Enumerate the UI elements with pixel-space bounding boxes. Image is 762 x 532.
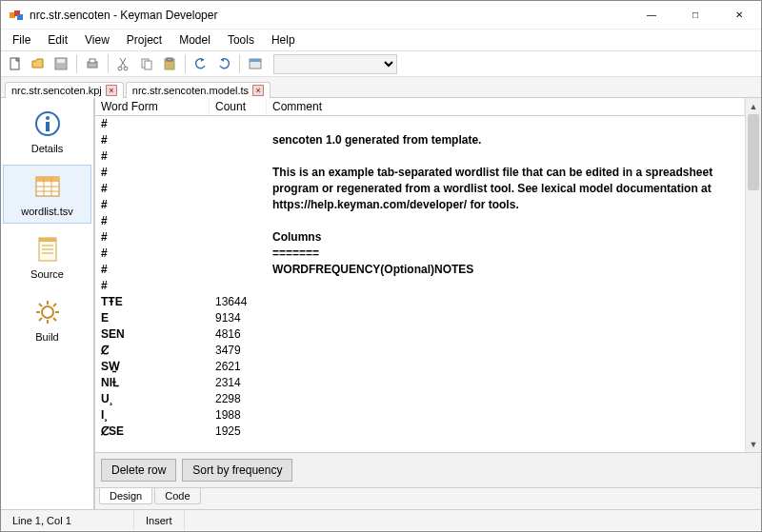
table-row[interactable]: #======= (95, 246, 745, 262)
cell-count[interactable] (210, 213, 267, 229)
cell-count[interactable]: 1988 (210, 407, 267, 424)
cell-comment[interactable] (267, 310, 745, 326)
cut-button[interactable] (113, 53, 134, 74)
close-button[interactable]: ✕ (717, 1, 761, 30)
cell-comment[interactable] (267, 359, 745, 375)
cell-word[interactable]: Ȼ (95, 343, 210, 359)
project-button[interactable] (245, 53, 266, 74)
table-row[interactable]: I1884 (95, 440, 745, 443)
cell-count[interactable]: 2298 (210, 391, 267, 407)
cell-comment[interactable]: This is an example tab-separated wordlis… (267, 165, 745, 181)
menu-help[interactable]: Help (264, 31, 303, 49)
cell-comment[interactable] (267, 278, 745, 294)
cell-comment[interactable] (267, 326, 745, 343)
table-row[interactable]: U¸2298 (95, 391, 745, 407)
cell-word[interactable]: # (95, 229, 210, 246)
cell-word[interactable]: ȻSE (95, 424, 210, 440)
cell-word[interactable]: # (95, 262, 210, 278)
cell-word[interactable]: # (95, 181, 210, 197)
cell-comment[interactable]: https://help.keyman.com/developer/ for t… (267, 197, 745, 213)
menu-file[interactable]: File (5, 31, 38, 49)
cell-comment[interactable] (267, 148, 745, 165)
cell-comment[interactable]: WORDFREQUENCY(Optional)NOTES (267, 262, 745, 278)
col-header-count[interactable]: Count (210, 98, 267, 115)
table-row[interactable]: NIȽ2314 (95, 375, 745, 391)
cell-count[interactable] (210, 116, 267, 132)
cell-count[interactable]: 1925 (210, 424, 267, 440)
cell-comment[interactable] (267, 343, 745, 359)
cell-comment[interactable] (267, 391, 745, 407)
cell-word[interactable]: SEN (95, 326, 210, 343)
cell-count[interactable]: 4816 (210, 326, 267, 343)
menu-project[interactable]: Project (119, 31, 170, 49)
cell-word[interactable]: NIȽ (95, 375, 210, 391)
table-row[interactable]: #Columns (95, 229, 745, 246)
close-icon[interactable]: × (252, 85, 264, 96)
table-row[interactable]: Ȼ3479 (95, 343, 745, 359)
cell-count[interactable] (210, 165, 267, 181)
table-row[interactable]: I¸1988 (95, 407, 745, 424)
scroll-up-icon[interactable]: ▲ (746, 98, 761, 114)
vertical-scrollbar[interactable]: ▲ ▼ (745, 98, 761, 452)
cell-word[interactable]: # (95, 132, 210, 148)
table-row[interactable]: # (95, 116, 745, 132)
cell-comment[interactable]: sencoten 1.0 generated from template. (267, 132, 745, 148)
cell-word[interactable]: I (95, 440, 210, 443)
cell-word[interactable]: # (95, 278, 210, 294)
cell-count[interactable] (210, 132, 267, 148)
table-row[interactable]: #program or regenerated from a wordlist … (95, 181, 745, 197)
side-button-source[interactable]: Source (3, 227, 91, 286)
tab-code[interactable]: Code (154, 488, 200, 504)
table-row[interactable]: # (95, 278, 745, 294)
maximize-button[interactable]: □ (673, 1, 717, 30)
toolbar-combo[interactable] (273, 54, 397, 74)
table-row[interactable]: # (95, 213, 745, 229)
cell-comment[interactable] (267, 294, 745, 310)
col-header-word[interactable]: Word Form (95, 98, 210, 115)
cell-comment[interactable] (267, 213, 745, 229)
table-row[interactable]: #https://help.keyman.com/developer/ for … (95, 197, 745, 213)
side-button-build[interactable]: Build (3, 290, 91, 349)
tab-design[interactable]: Design (99, 488, 152, 504)
side-button-details[interactable]: Details (3, 102, 91, 161)
copy-button[interactable] (136, 53, 157, 74)
cell-comment[interactable] (267, 440, 745, 443)
cell-comment[interactable] (267, 407, 745, 424)
cell-count[interactable]: 2314 (210, 375, 267, 391)
sort-by-frequency-button[interactable]: Sort by frequency (182, 459, 292, 482)
paste-button[interactable] (159, 53, 180, 74)
cell-count[interactable] (210, 229, 267, 246)
menu-edit[interactable]: Edit (40, 31, 75, 49)
cell-count[interactable]: 1884 (210, 440, 267, 443)
undo-button[interactable] (190, 53, 211, 74)
cell-word[interactable]: U¸ (95, 391, 210, 407)
cell-count[interactable]: 9134 (210, 310, 267, 326)
table-row[interactable]: TŦE13644 (95, 294, 745, 310)
table-row[interactable]: SW̱2621 (95, 359, 745, 375)
cell-word[interactable]: # (95, 148, 210, 165)
side-button-wordlist[interactable]: wordlist.tsv (3, 165, 91, 224)
cell-count[interactable]: 13644 (210, 294, 267, 310)
scroll-track[interactable] (746, 190, 761, 436)
wordlist-grid[interactable]: Word Form Count Comment ##sencoten 1.0 g… (95, 98, 745, 452)
cell-comment[interactable]: ======= (267, 246, 745, 262)
table-row[interactable]: #This is an example tab-separated wordli… (95, 165, 745, 181)
save-button[interactable] (50, 53, 71, 74)
table-row[interactable]: SEN4816 (95, 326, 745, 343)
cell-comment[interactable]: program or regenerated from a wordlist t… (267, 181, 745, 197)
cell-count[interactable] (210, 278, 267, 294)
cell-word[interactable]: # (95, 213, 210, 229)
new-file-button[interactable] (5, 53, 26, 74)
cell-word[interactable]: # (95, 197, 210, 213)
table-row[interactable]: #sencoten 1.0 generated from template. (95, 132, 745, 148)
grid-body[interactable]: ##sencoten 1.0 generated from template.#… (95, 116, 745, 443)
cell-comment[interactable] (267, 424, 745, 440)
print-button[interactable] (82, 53, 103, 74)
scroll-down-icon[interactable]: ▼ (746, 436, 761, 452)
scroll-thumb[interactable] (748, 114, 759, 190)
file-tab-project[interactable]: nrc.str.sencoten.kpj × (5, 82, 124, 98)
cell-count[interactable] (210, 197, 267, 213)
cell-count[interactable]: 2621 (210, 359, 267, 375)
cell-count[interactable] (210, 148, 267, 165)
redo-button[interactable] (213, 53, 234, 74)
